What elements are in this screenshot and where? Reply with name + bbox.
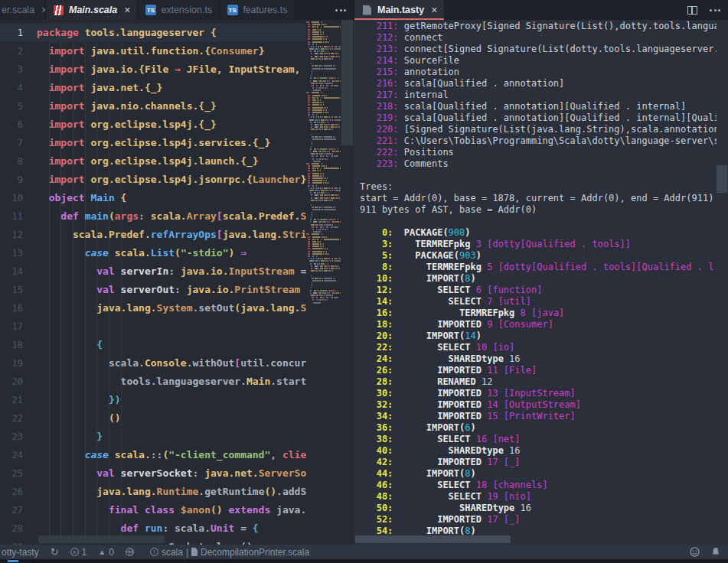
feedback-smiley-button[interactable] [690,547,700,557]
tasty-output-line[interactable]: 34: IMPORTED 15 [PrintWriter] [360,411,717,422]
more-actions-icon[interactable] [335,9,346,11]
language-status-item[interactable]: ! scala | DecompilationPrinter.scala [150,547,309,558]
code-line[interactable]: 9 import org.eclipse.lsp4j.jsonrpc.{Laun… [0,171,306,189]
tasty-output-line[interactable]: 218: scala[Qualified . annotation][Quali… [360,101,717,112]
tasty-output-line[interactable] [360,170,717,181]
tasty-output-line[interactable]: 22: SELECT 10 [io] [360,342,717,353]
code-line[interactable]: 5 import java.nio.channels.{_} [0,97,306,116]
tasty-output-line[interactable]: 0: PACKAGE(908) [360,227,717,239]
code-line[interactable]: 19 scala.Console.withOut[util.concurrent… [0,354,306,373]
vertical-scrollbar-thumb[interactable] [341,20,353,145]
tasty-output-line[interactable]: 44: IMPORT(8) [360,468,717,480]
code-line[interactable]: 1package tools.languageserver { [0,24,306,42]
tasty-output-line[interactable] [360,216,717,227]
warnings-item[interactable]: ▲ 0 [98,547,114,558]
tab-features-ts[interactable]: TSfeatures.ts [220,0,295,20]
tasty-output-line[interactable]: 222: Positions [360,147,717,158]
tasty-output-line[interactable]: 24: SHAREDtype 16 [360,353,717,365]
live-share-item[interactable] [126,548,134,556]
tasty-output-line[interactable]: 28: RENAMED 12 [360,376,717,388]
code-line[interactable]: 13 case scala.List("-stdio") ⇒ [0,244,306,262]
code-line[interactable]: 15 val serverOut: java.io.PrintStream = … [0,281,306,299]
tasty-output-line[interactable]: 54: IMPORT(8) [360,526,717,537]
code-line[interactable]: 17 [0,317,306,336]
tasty-output-line[interactable]: 10: IMPORT(8) [360,273,717,285]
tasty-output-line[interactable]: 223: Comments [360,158,717,170]
tasty-output-line[interactable]: 214: SourceFile [360,55,717,67]
line-number: 7 [0,134,23,152]
editor-right-main-tasty[interactable]: 211: getRemoteProxy[Signed Signature(Lis… [354,20,728,545]
tab-extension-ts[interactable]: TSextension.ts [138,0,220,20]
editor-left-main-scala[interactable]: 1package tools.languageserver {2 import … [0,20,354,545]
tasty-output-line[interactable]: 48: SELECT 19 [nio] [360,491,717,503]
tasty-output-line[interactable]: 3: TERMREFpkg 3 [dotty[Qualified . tools… [360,239,717,250]
minimap[interactable] [306,20,341,545]
tasty-output-line[interactable]: 213: connect[Signed Signature(List(dotty… [360,44,717,55]
horizontal-scrollbar-thumb[interactable] [38,535,165,543]
tasty-output-line[interactable]: start = Addr(0), base = 1878, current = … [360,193,717,204]
tasty-output-line[interactable]: 14: SELECT 7 [util] [360,296,717,308]
tasty-output-line[interactable]: Trees: [360,181,717,193]
tasty-output-line[interactable]: 42: IMPORTED 17 [_] [360,457,717,468]
more-actions-icon[interactable] [710,9,720,11]
tasty-output-line[interactable]: 221: C:\Users\Tobias\Programming\Scala\d… [360,135,717,147]
tasty-output-line[interactable]: 217: internal [360,89,717,101]
code-line[interactable]: 20 tools.languageserver.Main.startServer… [0,373,306,391]
tasty-output-line[interactable]: 219: scala[Qualified . annotation][Quali… [360,112,717,124]
code-line[interactable]: 11 def main(args: scala.Array[scala.Pred… [0,207,306,226]
tasty-output-line[interactable]: 18: IMPORTED 9 [Consumer] [360,319,717,330]
tasty-output-line[interactable]: 8: TERMREFpkg 5 [dotty[Qualified . tools… [360,262,717,273]
vertical-scrollbar-thumb[interactable] [717,165,727,193]
code-line[interactable]: 22 () [0,409,306,428]
code-line[interactable]: 8 import org.eclipse.lsp4j.launch.{_} [0,152,306,171]
code-line[interactable]: 25 val serverSocket: java.net.ServerSock… [0,464,306,483]
notifications-button[interactable] [711,547,720,557]
tab-er-scala[interactable]: er.scala× [0,0,46,20]
code-line[interactable]: 16 java.lang.System.setOut(java.lang.Sys… [0,299,306,317]
errors-item[interactable]: x 1 [70,547,87,558]
tasty-output-line[interactable]: 52: IMPORTED 17 [_] [360,514,717,526]
tasty-output-line[interactable]: 20: IMPORT(14) [360,330,717,342]
code-text: import org.eclipse.lsp4j.jsonrpc.{Launch… [37,171,306,189]
tasty-output-line[interactable]: 40: SHAREDtype 16 [360,445,717,457]
code-line[interactable]: 18 { [0,336,306,354]
close-icon[interactable]: × [431,5,437,15]
code-line[interactable]: 2 import java.util.function.{Consumer} [0,42,306,60]
tab-main-scala[interactable]: Main.scala× [46,0,138,20]
code-line[interactable]: 10 object Main { [0,189,306,207]
tasty-output-line[interactable]: 212: connect [360,32,717,44]
close-icon[interactable]: × [124,5,130,15]
tasty-output-line[interactable]: 16: TERMREFpkg 8 [java] [360,308,717,319]
tasty-output-line[interactable]: 26: IMPORTED 11 [File] [360,365,717,376]
tasty-output-line[interactable]: 38: SELECT 16 [net] [360,434,717,445]
tasty-output-line[interactable]: 215: annotation [360,67,717,78]
git-branch-item[interactable]: otty-tasty [2,547,39,558]
tasty-output-line[interactable]: 211: getRemoteProxy[Signed Signature(Lis… [360,21,717,32]
split-editor-icon[interactable] [687,6,697,15]
tasty-output-line[interactable]: 50: SHAREDtype 16 [360,503,717,514]
code-text: } [37,428,103,446]
code-line[interactable]: 7 import org.eclipse.lsp4j.services.{_} [0,134,306,152]
sync-button[interactable]: ↻ [51,547,59,557]
code-line[interactable]: 14 val serverIn: java.io.InputStream = j… [0,262,306,281]
tasty-output-line[interactable]: 46: SELECT 18 [channels] [360,480,717,491]
code-line[interactable]: 6 import org.eclipse.lsp4j.{_} [0,116,306,134]
code-line[interactable]: 26 java.lang.Runtime.getRuntime().addShu… [0,483,306,501]
tasty-output-line[interactable]: 216: scala[Qualified . annotation] [360,78,717,89]
tab-main-tasty[interactable]: Main.tasty× [354,0,445,20]
code-line[interactable]: 12 scala.Predef.refArrayOps[java.lang.St… [0,226,306,244]
tasty-output-line[interactable]: 911 bytes of AST, base = Addr(0) [360,204,717,216]
code-area[interactable]: 1package tools.languageserver {2 import … [0,20,306,545]
code-line[interactable]: 27 final class $anon() extends java.lang… [0,501,306,519]
tasty-output-line[interactable]: 36: IMPORT(6) [360,422,717,434]
tasty-output-line[interactable]: 32: IMPORTED 14 [OutputStream] [360,399,717,411]
code-line[interactable]: 21 }) [0,391,306,409]
tasty-output-line[interactable]: 220: [Signed Signature(List(java.lang.St… [360,124,717,135]
tasty-output-line[interactable]: 12: SELECT 6 [function] [360,285,717,296]
tasty-output-line[interactable]: 5: PACKAGE(903) [360,250,717,262]
code-line[interactable]: 4 import java.net.{_} [0,79,306,97]
code-line[interactable]: 24 case scala.::("-client_command", clie… [0,446,306,464]
tasty-output-line[interactable]: 30: IMPORTED 13 [InputStream] [360,388,717,399]
code-line[interactable]: 23 } [0,428,306,446]
code-line[interactable]: 3 import java.io.{File ⇒ JFile, InputStr… [0,60,306,79]
